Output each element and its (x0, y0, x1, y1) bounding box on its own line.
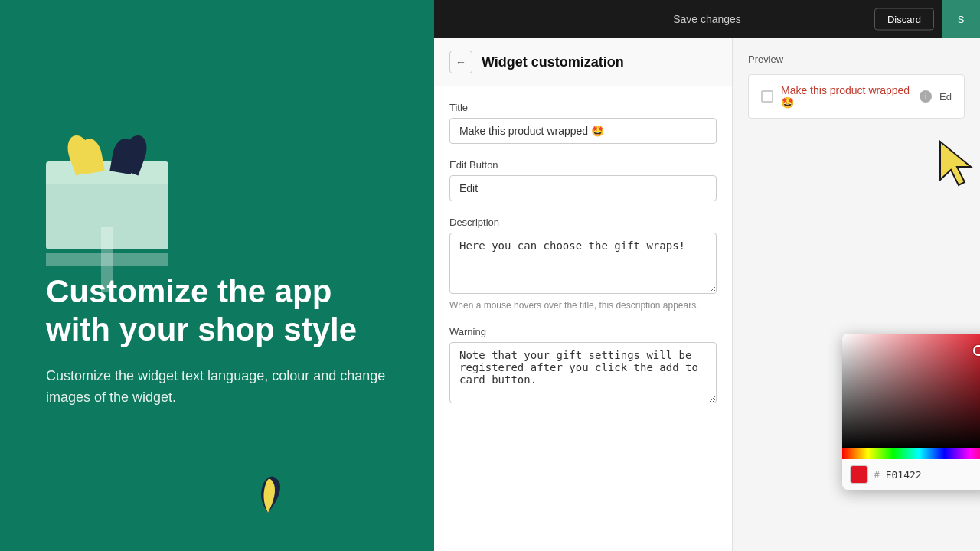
content-area: ← Widget customization Title Edit Button… (434, 38, 980, 551)
color-picker[interactable]: # E01422 (842, 334, 980, 490)
description-textarea[interactable]: Here you can choose the gift wraps! (449, 233, 717, 294)
description-group: Description Here you can choose the gift… (449, 217, 717, 311)
save-button[interactable]: S (942, 0, 980, 38)
edit-button-input[interactable] (449, 175, 717, 201)
widget-header: ← Widget customization (434, 38, 732, 86)
title-label: Title (449, 102, 717, 113)
warning-label: Warning (449, 326, 717, 337)
preview-edit-link: Ed (939, 91, 952, 103)
left-panel: Customize the app with your shop style C… (0, 0, 433, 551)
form-body: Title Edit Button Description Here you c… (434, 86, 732, 437)
top-bar: Save changes Discard S (434, 0, 980, 38)
title-input[interactable] (449, 118, 717, 144)
color-hue-bar[interactable] (842, 448, 980, 459)
warning-textarea[interactable]: Note that your gift settings will be reg… (449, 342, 717, 403)
svg-marker-0 (940, 142, 971, 185)
left-description: Customize the widget text language, colo… (46, 365, 387, 409)
color-cursor (973, 345, 980, 356)
save-changes-label: Save changes (673, 13, 741, 25)
color-picker-bottom: # E01422 (842, 459, 980, 490)
description-hint: When a mouse hovers over the title, this… (449, 300, 717, 311)
color-hash: # (874, 469, 880, 480)
preview-checkbox (761, 90, 773, 103)
color-gradient-area[interactable] (842, 334, 980, 448)
preview-widget-text: Make this product wrapped 🤩 (781, 84, 912, 109)
preview-label: Preview (748, 54, 965, 65)
title-group: Title (449, 102, 717, 144)
cursor-arrow-decoration (934, 138, 976, 191)
color-hex-value: E01422 (886, 469, 922, 481)
preview-panel: Preview Make this product wrapped 🤩 i Ed (733, 38, 980, 551)
form-panel: ← Widget customization Title Edit Button… (434, 38, 733, 551)
warning-group: Warning Note that your gift settings wil… (449, 326, 717, 406)
back-button[interactable]: ← (449, 51, 472, 73)
discard-button[interactable]: Discard (874, 8, 934, 31)
gift-box-illustration (46, 142, 387, 249)
description-label: Description (449, 217, 717, 228)
widget-title: Widget customization (482, 54, 624, 70)
left-heading: Customize the app with your shop style (46, 272, 387, 350)
edit-button-group: Edit Button (449, 159, 717, 201)
preview-info-icon: i (920, 90, 932, 103)
deco-bottom-left-shape (253, 471, 283, 517)
edit-button-label: Edit Button (449, 159, 717, 171)
color-swatch[interactable] (850, 465, 868, 484)
preview-widget: Make this product wrapped 🤩 i Ed (748, 74, 965, 119)
right-panel: Save changes Discard S ← Widget customiz… (434, 0, 980, 551)
